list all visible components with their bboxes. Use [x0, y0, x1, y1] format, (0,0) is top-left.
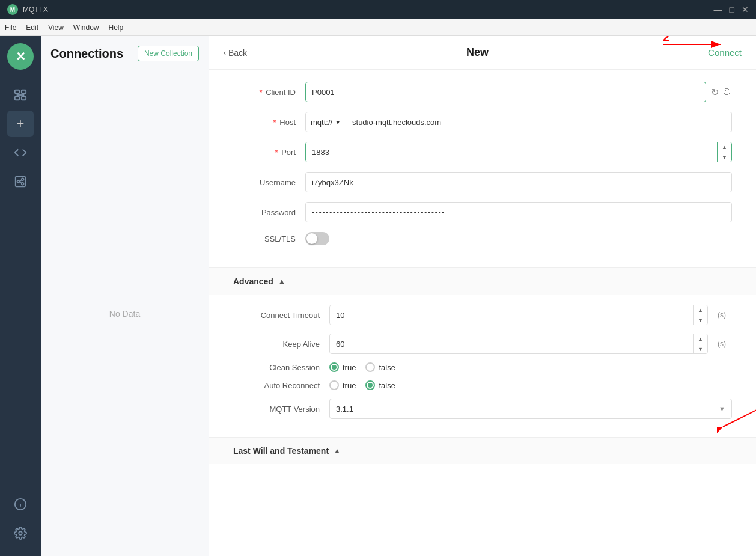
keep-alive-label: Keep Alive — [233, 340, 329, 349]
port-input-wrap: ▲ ▼ — [305, 142, 732, 162]
port-increment-button[interactable]: ▲ — [718, 142, 731, 152]
timeout-increment-button[interactable]: ▲ — [694, 305, 707, 315]
back-label: Back — [228, 48, 247, 58]
mqtt-version-select[interactable]: 3.1.1 ▼ — [329, 399, 732, 419]
client-id-input[interactable] — [305, 82, 706, 102]
clean-session-true-radio[interactable] — [329, 362, 339, 372]
mqtt-version-value: 3.1.1 — [336, 405, 719, 414]
connect-timeout-unit: (s) — [712, 311, 732, 319]
port-input[interactable] — [306, 142, 717, 162]
clean-session-radio-group: true false — [329, 362, 395, 372]
advanced-section-header[interactable]: Advanced ▲ — [209, 267, 756, 295]
advanced-title: Advanced — [233, 276, 273, 286]
maximize-button[interactable]: □ — [730, 5, 734, 14]
svg-rect-2 — [15, 97, 19, 100]
svg-point-16 — [19, 531, 22, 535]
keep-alive-unit: (s) — [712, 340, 732, 348]
window-controls[interactable]: — □ ✕ — [714, 5, 749, 14]
no-data-label: No Data — [41, 71, 209, 556]
minimize-button[interactable]: — — [714, 5, 722, 14]
close-button[interactable]: ✕ — [742, 5, 749, 14]
advanced-form: Connect Timeout ▲ ▼ (s) Keep Alive — [209, 295, 756, 437]
auto-reconnect-row: Auto Reconnect true false — [233, 380, 732, 390]
sidebar-item-settings[interactable] — [7, 520, 34, 546]
connections-title: Connections — [50, 47, 123, 61]
keep-alive-row: Keep Alive ▲ ▼ (s) — [233, 334, 732, 354]
new-collection-button[interactable]: New Collection — [138, 46, 199, 61]
titlebar-left: M MQTTX — [7, 4, 48, 15]
back-chevron-icon: ‹ — [224, 49, 226, 57]
connect-timeout-label: Connect Timeout — [233, 311, 329, 320]
host-input[interactable] — [346, 112, 732, 132]
advanced-collapse-icon: ▲ — [278, 277, 285, 286]
connect-timeout-input-wrap: ▲ ▼ — [329, 305, 708, 325]
keepalive-decrement-button[interactable]: ▼ — [694, 344, 707, 354]
port-decrement-button[interactable]: ▼ — [718, 152, 731, 162]
refresh-icon[interactable]: ↻ — [711, 87, 719, 98]
svg-point-9 — [22, 179, 24, 181]
back-button[interactable]: ‹ Back — [224, 48, 247, 58]
page-title: New — [466, 46, 489, 59]
auto-reconnect-true-radio[interactable] — [329, 380, 339, 390]
sidebar-item-logs[interactable] — [7, 168, 34, 195]
password-input[interactable] — [305, 202, 732, 222]
sidebar: ✕ + — [0, 36, 41, 556]
username-input[interactable] — [305, 172, 732, 192]
auto-reconnect-true-option[interactable]: true — [329, 380, 356, 390]
keep-alive-input-wrap: ▲ ▼ — [329, 334, 708, 354]
protocol-chevron-icon: ▼ — [335, 119, 341, 126]
ssl-toggle[interactable] — [305, 232, 329, 245]
client-id-label: * Client ID — [233, 88, 305, 97]
history-icon[interactable]: ⏲ — [722, 87, 732, 98]
clean-session-true-option[interactable]: true — [329, 362, 356, 372]
menu-help[interactable]: Help — [109, 23, 124, 32]
host-protocol-dropdown[interactable]: mqtt:// ▼ — [305, 112, 346, 132]
svg-point-8 — [17, 180, 20, 183]
svg-point-10 — [22, 183, 24, 185]
host-row: * Host mqtt:// ▼ — [233, 112, 732, 132]
sidebar-item-scripts[interactable] — [7, 139, 34, 166]
menu-view[interactable]: View — [48, 23, 64, 32]
connect-timeout-input[interactable] — [330, 305, 693, 325]
connections-panel: Connections New Collection No Data — [41, 36, 209, 556]
clean-session-false-option[interactable]: false — [365, 362, 395, 372]
content-topbar: ‹ Back New 2 Connect — [209, 36, 756, 70]
app-title: MQTTX — [23, 5, 48, 14]
last-will-collapse-icon: ▲ — [334, 447, 341, 455]
svg-line-12 — [19, 182, 22, 183]
clean-session-label: Clean Session — [233, 363, 329, 372]
keepalive-spinner-buttons: ▲ ▼ — [693, 334, 707, 354]
auto-reconnect-true-label: true — [343, 381, 356, 390]
menu-window[interactable]: Window — [73, 23, 99, 32]
sidebar-item-info[interactable] — [7, 491, 34, 518]
content-area: ‹ Back New 2 Connect — [209, 36, 756, 556]
avatar-icon: ✕ — [16, 49, 26, 64]
port-spinner-buttons: ▲ ▼ — [717, 142, 731, 162]
auto-reconnect-label: Auto Reconnect — [233, 381, 329, 390]
host-input-group: mqtt:// ▼ — [305, 112, 732, 132]
app-logo: M — [7, 4, 18, 15]
client-id-row: * Client ID ↻ ⏲ — [233, 82, 732, 102]
auto-reconnect-false-option[interactable]: false — [365, 380, 395, 390]
ssl-row: SSL/TLS — [233, 232, 732, 245]
username-label: Username — [233, 178, 305, 187]
svg-rect-0 — [15, 90, 19, 94]
menubar: File Edit View Window Help — [0, 19, 756, 36]
keepalive-increment-button[interactable]: ▲ — [694, 334, 707, 344]
last-will-section-header[interactable]: Last Will and Testament ▲ — [209, 437, 756, 464]
ssl-toggle-knob — [306, 233, 317, 244]
add-connection-button[interactable]: + — [7, 111, 34, 137]
svg-rect-1 — [22, 90, 26, 94]
timeout-decrement-button[interactable]: ▼ — [694, 315, 707, 325]
avatar[interactable]: ✕ — [7, 43, 34, 70]
form-area: * Client ID ↻ ⏲ * Host — [209, 70, 756, 556]
auto-reconnect-false-radio[interactable] — [365, 380, 375, 390]
clean-session-false-radio[interactable] — [365, 362, 375, 372]
sidebar-item-connections[interactable] — [7, 82, 34, 108]
menu-file[interactable]: File — [5, 23, 16, 32]
keep-alive-input[interactable] — [330, 334, 693, 353]
username-row: Username — [233, 172, 732, 192]
menu-edit[interactable]: Edit — [26, 23, 38, 32]
auto-reconnect-false-label: false — [379, 381, 395, 390]
basic-fields-section: * Client ID ↻ ⏲ * Host — [209, 70, 756, 267]
